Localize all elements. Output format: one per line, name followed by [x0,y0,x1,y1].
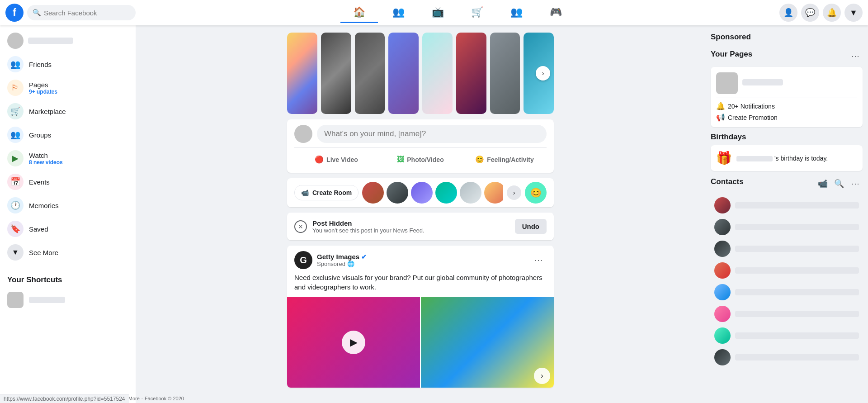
sidebar-item-friends[interactable]: 👥 Friends [2,52,134,76]
birthday-name-placeholder [736,156,773,161]
memories-icon: 🕐 [7,197,24,213]
ad-next-button[interactable]: › [534,368,550,384]
rooms-next-button[interactable]: › [507,185,521,200]
messenger-button[interactable]: 💬 [801,4,819,22]
contact-avatar-6 [714,306,731,322]
pages-text-wrap: Pages 9+ updates [29,81,57,95]
story-card-7[interactable] [490,33,520,114]
tab-marketplace[interactable]: 🛒 [458,3,496,23]
tab-gaming[interactable]: 🎮 [537,3,575,23]
contact-avatar-8 [714,349,731,365]
story-card-5[interactable] [422,33,453,114]
notifications-label[interactable]: 20+ Notifications [728,103,775,110]
feeling-activity-button[interactable]: 😊 Feeling/Activity [462,152,547,167]
create-room-row: 📹 Create Room › 😊 [287,178,554,207]
right-sidebar: Sponsored Your Pages ⋯ 🔔 20+ Notificatio… [705,25,868,403]
room-avatar-1 [362,182,384,204]
main-feed: › 🔴 Live Video 🖼 Photo/Video 😊 [136,25,705,403]
live-video-button[interactable]: 🔴 Live Video [294,152,378,167]
room-avatar-3 [411,182,433,204]
watch-badge: 8 new videos [29,159,63,166]
sidebar-profile-item[interactable] [2,29,134,52]
room-avatar-5 [460,182,481,204]
your-pages-more-button[interactable]: ⋯ [848,49,863,63]
sidebar-divider [7,268,128,268]
ad-images: ▶ › [287,297,554,388]
sidebar-item-see-more[interactable]: ▼ See More [2,241,134,264]
stories-next-button[interactable]: › [536,66,550,81]
footer-more[interactable]: More [128,396,140,401]
events-icon: 📅 [7,174,24,190]
contact-item-8[interactable] [711,346,863,368]
contact-avatar-2 [714,219,731,235]
live-video-label: Live Video [326,156,358,163]
profile-button[interactable]: 👤 [779,4,797,22]
sidebar-item-groups[interactable]: 👥 Groups [2,123,134,147]
sidebar-shortcut-item[interactable] [2,288,134,312]
ad-image-left[interactable]: ▶ [287,297,420,388]
see-more-label: See More [29,249,58,256]
undo-button[interactable]: Undo [515,219,547,234]
ad-name-wrap: Getty Images ✔ Sponsored 🌐 [317,253,526,267]
contact-avatar-5 [714,284,731,300]
sidebar-item-memories[interactable]: 🕐 Memories [2,194,134,217]
sidebar-item-pages[interactable]: 🏳 Pages 9+ updates [2,76,134,100]
tab-home[interactable]: 🏠 [340,3,378,23]
contact-item-7[interactable] [711,325,863,346]
photo-video-button[interactable]: 🖼 Photo/Video [378,152,462,167]
contact-name-6 [735,311,859,317]
ad-page-avatar: G [294,251,312,269]
post-hidden-subtitle: You won't see this post in your News Fee… [312,227,509,234]
room-avatar-last: 😊 [525,182,547,204]
ad-more-button[interactable]: ⋯ [530,252,547,268]
footer-copyright: Facebook © 2020 [145,396,184,401]
contact-avatar-1 [714,197,731,213]
bell-icon: 🔔 [716,102,725,110]
contact-name-8 [735,354,859,360]
notifications-button[interactable]: 🔔 [823,4,841,22]
sidebar-events-label: Events [29,178,50,186]
ad-body-text: Need exclusive visuals for your brand? P… [287,273,554,297]
search-input[interactable] [44,9,130,17]
create-room-icon: 📹 [301,189,309,196]
watch-icon: ▶ [7,150,24,166]
friends-icon: 👥 [7,56,24,72]
tab-groups[interactable]: 👥 [498,3,535,23]
sidebar-item-saved[interactable]: 🔖 Saved [2,217,134,241]
contact-avatar-3 [714,241,731,257]
tab-watch[interactable]: 📺 [419,3,457,23]
sidebar-item-label: Friends [29,61,52,68]
search-icon: 🔍 [33,9,41,17]
contacts-more-button[interactable]: ⋯ [848,176,863,191]
contact-item-3[interactable] [711,238,863,260]
sidebar-item-watch[interactable]: ▶ Watch 8 new videos [2,147,134,170]
search-contacts-button[interactable]: 🔍 [832,176,846,191]
ad-page-name[interactable]: Getty Images ✔ [317,253,526,261]
sidebar-item-marketplace[interactable]: 🛒 Marketplace [2,100,134,123]
top-navigation: f 🔍 🏠 👥 📺 🛒 👥 🎮 👤 💬 🔔 ▼ [0,0,868,25]
contact-item-4[interactable] [711,260,863,281]
post-input[interactable] [317,125,547,143]
feeling-icon: 😊 [475,155,484,164]
play-button[interactable]: ▶ [342,331,365,354]
create-promotion-link[interactable]: Create Promotion [728,114,778,121]
sidebar-item-events[interactable]: 📅 Events [2,170,134,194]
contact-item-5[interactable] [711,281,863,303]
photo-video-icon: 🖼 [397,156,404,164]
tab-friends[interactable]: 👥 [380,3,417,23]
sidebar-saved-label: Saved [29,225,48,233]
contact-item-1[interactable] [711,194,863,216]
create-room-button[interactable]: 📹 Create Room [294,185,359,200]
story-card-2[interactable] [321,33,351,114]
shortcuts-title: Your Shortcuts [2,272,134,288]
new-video-call-button[interactable]: 📹 [816,176,830,191]
post-hidden-text: Post Hidden You won't see this post in y… [312,219,509,234]
story-card-3[interactable] [355,33,385,114]
story-card-6[interactable] [456,33,486,114]
contact-item-6[interactable] [711,303,863,325]
search-box[interactable]: 🔍 [27,5,136,20]
story-card-1[interactable] [287,33,317,114]
story-card-4[interactable] [388,33,419,114]
contact-item-2[interactable] [711,216,863,238]
settings-button[interactable]: ▼ [844,4,863,22]
